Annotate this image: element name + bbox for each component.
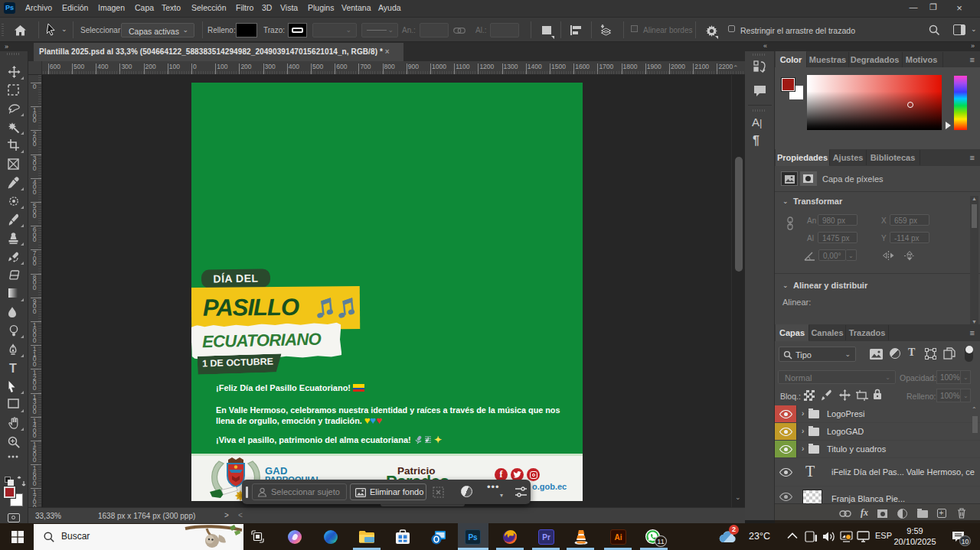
svg-text:T: T	[9, 362, 17, 374]
